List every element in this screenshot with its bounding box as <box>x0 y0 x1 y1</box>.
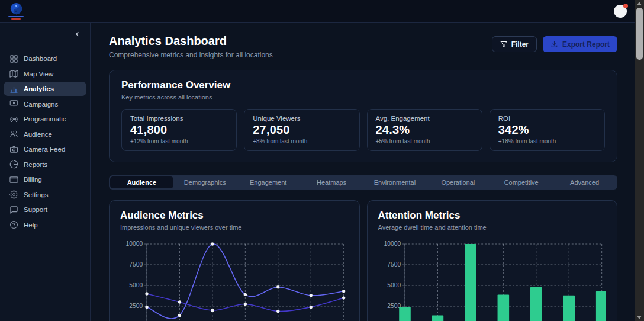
sidebar-collapse-button[interactable] <box>71 28 83 40</box>
svg-text:7500: 7500 <box>129 261 143 268</box>
sidebar-item-label: Campaigns <box>24 101 58 108</box>
sidebar-item-camera-feed[interactable]: Camera Feed <box>4 142 86 156</box>
tab-demographics[interactable]: Demographics <box>173 176 237 188</box>
company-logo[interactable] <box>8 2 24 20</box>
sidebar-item-label: Support <box>24 206 47 213</box>
camera-icon <box>9 145 18 154</box>
sidebar-item-help[interactable]: Help <box>4 218 86 232</box>
scrollbar-down-arrow[interactable] <box>637 316 642 319</box>
sidebar-nav: Dashboard Map View Analytics Campaigns P… <box>0 46 90 238</box>
tab-heatmaps[interactable]: Heatmaps <box>300 176 363 188</box>
credit-card-icon <box>9 175 18 184</box>
page-subtitle: Comprehensive metrics and insights for a… <box>109 51 273 59</box>
sidebar-item-programmatic[interactable]: Programmatic <box>4 112 86 126</box>
topbar <box>0 0 635 23</box>
sidebar-item-label: Audience <box>24 131 52 138</box>
sidebar-item-dashboard[interactable]: Dashboard <box>4 52 86 66</box>
sidebar-item-settings[interactable]: Settings <box>4 188 86 202</box>
metric-change: +8% from last month <box>253 138 350 145</box>
sidebar-item-label: Dashboard <box>24 55 57 62</box>
logo-text-line <box>8 16 24 17</box>
user-avatar[interactable] <box>614 5 627 18</box>
svg-text:5000: 5000 <box>129 282 143 288</box>
sidebar-item-label: Billing <box>24 176 42 183</box>
download-icon <box>550 40 558 48</box>
page-title: Analytics Dashboard <box>109 34 273 48</box>
metric-value: 342% <box>498 123 596 137</box>
metric-value: 41,800 <box>130 123 228 137</box>
broadcast-icon <box>9 115 18 124</box>
metric-label: Avg. Engagement <box>376 115 474 122</box>
scrollbar-up-arrow[interactable] <box>637 2 642 5</box>
sidebar-item-billing[interactable]: Billing <box>4 172 86 187</box>
gear-icon <box>9 190 18 199</box>
page-scrollbar[interactable] <box>635 0 644 321</box>
metric-card-unique-viewers: Unique Viewers 27,050 +8% from last mont… <box>244 109 359 151</box>
funnel-icon <box>500 41 507 48</box>
metric-change: +5% from last month <box>376 138 474 145</box>
map-icon <box>9 69 18 78</box>
svg-text:2500: 2500 <box>387 303 401 309</box>
metric-card-avg-engagement: Avg. Engagement 24.3% +5% from last mont… <box>367 109 482 151</box>
metric-value: 24.3% <box>376 123 474 137</box>
metric-label: ROI <box>498 115 596 122</box>
logo-subtext-line <box>11 18 21 20</box>
performance-overview-card: Performance Overview Key metrics across … <box>109 70 617 162</box>
filter-button[interactable]: Filter <box>492 36 537 52</box>
bar-chart-icon <box>9 85 18 94</box>
main-content: Analytics Dashboard Comprehensive metric… <box>91 23 635 321</box>
sidebar-item-label: Settings <box>24 191 49 198</box>
svg-text:2500: 2500 <box>129 303 143 309</box>
sidebar-item-label: Camera Feed <box>24 146 65 153</box>
sidebar-item-label: Help <box>24 222 38 229</box>
sidebar-item-reports[interactable]: Reports <box>4 158 86 172</box>
tab-engagement[interactable]: Engagement <box>237 176 300 188</box>
charts-row: Audience Metrics Impressions and unique … <box>109 200 617 321</box>
users-icon <box>9 130 18 139</box>
help-circle-icon <box>9 220 18 229</box>
message-icon <box>9 206 18 214</box>
chevron-left-icon <box>73 30 81 38</box>
sidebar-header <box>0 23 90 46</box>
metrics-row: Total Impressions 41,800 +12% from last … <box>121 109 605 151</box>
sidebar-item-analytics[interactable]: Analytics <box>4 82 86 96</box>
sidebar-item-support[interactable]: Support <box>4 203 86 217</box>
metric-card-roi: ROI 342% +18% from last month <box>490 109 605 151</box>
audience-metrics-card: Audience Metrics Impressions and unique … <box>109 200 360 321</box>
sidebar-item-map-view[interactable]: Map View <box>4 67 86 81</box>
section-subtitle: Key metrics across all locations <box>121 94 605 101</box>
chart-canvas: .grid{stroke:#cfd8e6;stroke-opacity:.45;… <box>120 239 349 321</box>
scrollbar-thumb[interactable] <box>636 8 643 60</box>
svg-text:7500: 7500 <box>387 261 401 268</box>
metric-value: 27,050 <box>253 123 350 137</box>
tab-audience[interactable]: Audience <box>110 176 173 188</box>
metric-card-total-impressions: Total Impressions 41,800 +12% from last … <box>121 109 237 151</box>
tab-bar: Audience Demographics Engagement Heatmap… <box>109 175 617 190</box>
svg-text:10000: 10000 <box>384 240 401 247</box>
svg-text:5000: 5000 <box>387 282 401 288</box>
notification-dot <box>623 4 628 8</box>
metric-label: Total Impressions <box>130 115 228 122</box>
chart-title: Audience Metrics <box>120 210 349 222</box>
chart-canvas: .grid{stroke:#cfd8e6;stroke-opacity:.45;… <box>378 239 607 321</box>
export-report-button[interactable]: Export Report <box>543 36 617 52</box>
sidebar-item-label: Analytics <box>24 85 54 92</box>
tab-competitive[interactable]: Competitive <box>490 176 553 188</box>
chart-title: Attention Metrics <box>378 210 607 222</box>
logo-emblem-icon <box>10 2 22 15</box>
section-title: Performance Overview <box>121 79 605 91</box>
tab-operational[interactable]: Operational <box>426 176 490 188</box>
metric-label: Unique Viewers <box>253 115 350 122</box>
sidebar-item-label: Map View <box>24 70 53 78</box>
chart-subtitle: Impressions and unique viewers over time <box>120 224 349 231</box>
tab-advanced[interactable]: Advanced <box>553 176 616 188</box>
tab-environmental[interactable]: Environmental <box>363 176 427 188</box>
sidebar-item-campaigns[interactable]: Campaigns <box>4 97 86 111</box>
attention-metrics-card: Attention Metrics Average dwell time and… <box>367 200 618 321</box>
sidebar-item-label: Programmatic <box>24 115 66 123</box>
metric-change: +18% from last month <box>498 138 596 145</box>
sidebar-item-audience[interactable]: Audience <box>4 127 86 142</box>
sidebar-item-label: Reports <box>24 161 47 168</box>
monitor-play-icon <box>9 99 18 108</box>
sidebar: Dashboard Map View Analytics Campaigns P… <box>0 23 91 321</box>
